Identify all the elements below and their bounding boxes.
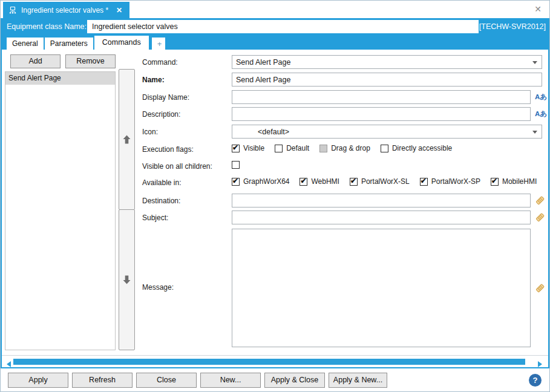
refresh-button[interactable]: Refresh (72, 373, 133, 388)
portalworx-sp-checkbox-label: PortalWorX-SP (431, 177, 480, 186)
visible-on-all-children-group (232, 161, 243, 169)
name-input[interactable] (232, 73, 542, 87)
message-textarea[interactable] (232, 229, 531, 347)
icon-label: Icon: (142, 128, 158, 136)
visible-on-all-children-label: Visible on all children: (142, 162, 212, 171)
directly-accessible-checkbox[interactable] (381, 145, 388, 152)
execution-flags-label: Execution flags: (142, 145, 194, 154)
add-button[interactable]: Add (10, 54, 61, 68)
tab-general[interactable]: General (7, 38, 44, 50)
portalworx-sp-checkbox[interactable] (420, 178, 428, 186)
graphworx64-checkbox-label: GraphWorX64 (243, 177, 289, 186)
horizontal-scrollbar[interactable] (2, 355, 548, 367)
mobilehmi-checkbox[interactable] (491, 178, 499, 186)
subject-input[interactable] (232, 211, 531, 224)
message-label: Message: (142, 283, 174, 292)
command-combobox-value: Send Alert Page (236, 58, 290, 67)
move-down-button[interactable] (119, 209, 135, 350)
name-label: Name: (142, 76, 165, 84)
visible-on-all-children-checkbox[interactable] (232, 161, 240, 169)
icon-combobox-value: <default> (258, 128, 289, 136)
display-name-label: Display Name: (142, 93, 189, 102)
list-item[interactable]: Send Alert Page (5, 72, 115, 85)
equipment-class-name-input[interactable] (87, 20, 479, 33)
remove-button[interactable]: Remove (65, 54, 116, 68)
webhmi-checkbox-label: WebHMI (311, 177, 339, 186)
equipment-class-name-label: Equipment class Name: (7, 22, 87, 31)
description-input[interactable] (232, 107, 531, 121)
close-button[interactable]: Close (136, 373, 197, 388)
document-tab[interactable]: Ingredient selector valves * ✕ (3, 2, 129, 18)
new-button[interactable]: New... (200, 373, 261, 388)
arrow-up-icon (123, 135, 131, 144)
icon-combobox[interactable]: <default> (232, 125, 542, 139)
graphworx64-checkbox[interactable] (232, 178, 240, 186)
equipment-class-icon (8, 6, 17, 15)
visible-checkbox[interactable] (232, 145, 240, 152)
document-tab-close-icon[interactable]: ✕ (116, 6, 122, 15)
tag-browse-icon[interactable] (535, 195, 545, 206)
drag-drop-checkbox-label: Drag & drop (331, 144, 370, 152)
command-list[interactable]: Send Alert Page (5, 71, 116, 350)
drag-drop-checkbox (319, 145, 327, 152)
command-label: Command: (142, 58, 178, 67)
description-label: Description: (142, 110, 180, 119)
reorder-strip (119, 69, 136, 350)
help-icon[interactable]: ? (529, 374, 542, 387)
portalworx-sl-checkbox-label: PortalWorX-SL (361, 177, 410, 186)
document-tab-title: Ingredient selector valves * (21, 6, 108, 15)
equipment-class-editor-window: Ingredient selector valves * ✕ ✕ Equipme… (0, 0, 550, 392)
directly-accessible-checkbox-label: Directly accessible (392, 144, 452, 152)
destination-input[interactable] (232, 194, 531, 207)
mobilehmi-checkbox-label: MobileHMI (502, 177, 537, 186)
server-name-badge: [TECHW-SVR2012] (479, 22, 546, 31)
tag-browse-icon[interactable] (535, 212, 545, 223)
chevron-down-icon (532, 131, 537, 134)
scrollbar-thumb[interactable] (13, 359, 525, 365)
move-up-button[interactable] (119, 69, 135, 210)
document-tab-strip: Ingredient selector valves * ✕ ✕ (1, 1, 549, 18)
execution-flags-group: Visible Default Drag & drop Directly acc… (232, 144, 462, 152)
apply-and-close-button[interactable]: Apply & Close (264, 373, 325, 388)
subject-label: Subject: (142, 214, 168, 222)
available-in-group: GraphWorX64 WebHMI PortalWorX-SL PortalW… (232, 177, 547, 186)
command-combobox[interactable]: Send Alert Page (232, 55, 542, 69)
localize-icon[interactable]: Aあ (535, 93, 549, 102)
window-close-icon[interactable]: ✕ (532, 4, 543, 15)
apply-button[interactable]: Apply (8, 373, 68, 388)
apply-and-new-button[interactable]: Apply & New... (329, 373, 387, 388)
available-in-label: Available in: (142, 178, 182, 187)
visible-checkbox-label: Visible (243, 144, 264, 152)
chevron-down-icon (532, 61, 537, 64)
tag-browse-icon[interactable] (535, 283, 545, 293)
display-name-input[interactable] (232, 90, 531, 104)
tab-commands[interactable]: Commands (94, 36, 149, 50)
default-checkbox-label: Default (286, 144, 309, 152)
add-tab-button[interactable]: + (152, 38, 165, 50)
destination-label: Destination: (142, 197, 180, 205)
webhmi-checkbox[interactable] (300, 178, 307, 186)
localize-icon[interactable]: Aあ (535, 109, 549, 119)
tab-parameters[interactable]: Parameters (45, 38, 93, 50)
tab-bar: General Parameters Commands + (1, 35, 549, 50)
default-checkbox[interactable] (275, 145, 283, 152)
arrow-down-icon (123, 275, 131, 284)
header-bar: Equipment class Name: [TECHW-SVR2012] (1, 18, 549, 35)
footer-bar: Apply Refresh Close New... Apply & Close… (1, 368, 549, 391)
portalworx-sl-checkbox[interactable] (350, 178, 358, 186)
commands-tab-page: Add Remove Send Alert Page Command: Send… (1, 50, 549, 368)
